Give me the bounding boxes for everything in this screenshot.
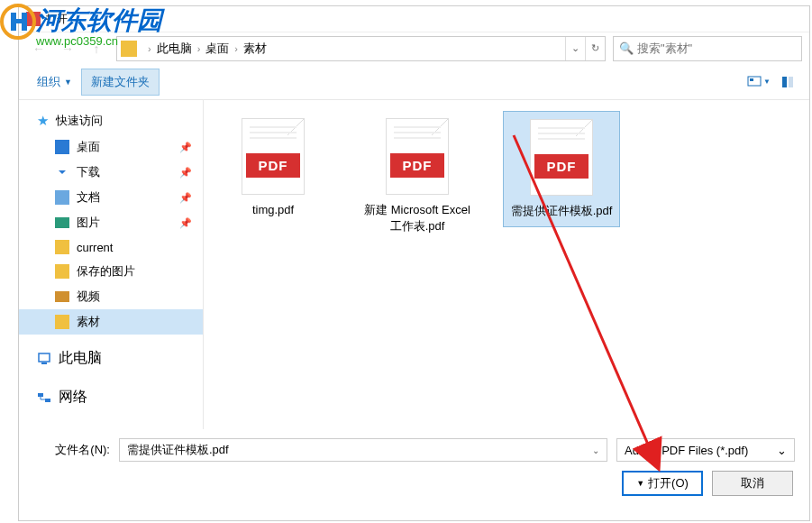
filetype-filter[interactable]: Adobe PDF Files (*.pdf)⌄ [616,438,795,462]
svg-rect-11 [41,362,47,364]
network-icon [37,390,51,405]
search-box[interactable]: 🔍 [613,36,802,61]
titlebar: 打开 [19,6,809,32]
sidebar-item-documents[interactable]: 文档📌 [19,185,203,210]
breadcrumb-dropdown[interactable]: ⌄ [565,37,585,60]
file-list[interactable]: PDF timg.pdf PDF 新建 Microsoft Excel 工作表.… [204,100,809,429]
svg-rect-9 [55,291,69,302]
quick-access-header[interactable]: ★ 快速访问 [19,107,203,134]
file-name: 需提供证件模板.pdf [507,203,616,219]
back-button[interactable]: ← [26,36,51,61]
open-button[interactable]: ▼打开(O) [622,471,703,496]
desktop-icon [55,140,69,154]
chevron-right-icon: › [197,43,201,54]
forward-button: → [55,36,80,61]
organize-button[interactable]: 组织▼ [28,69,81,95]
app-icon [26,12,41,26]
sidebar-item-downloads[interactable]: 下载📌 [19,160,203,185]
breadcrumb[interactable]: › 此电脑 › 桌面 › 素材 ⌄ ↻ [116,36,606,61]
refresh-button[interactable]: ↻ [585,37,605,60]
svg-rect-7 [789,77,793,87]
pdf-icon: PDF [530,119,593,196]
sidebar-item-current[interactable]: current [19,235,203,259]
open-dialog: 打开 ← → ↑ › 此电脑 › 桌面 › 素材 ⌄ ↻ 🔍 组织▼ 新建文件夹… [18,5,810,521]
chevron-right-icon: › [234,43,238,54]
file-name: 新建 Microsoft Excel 工作表.pdf [362,202,472,234]
this-pc-header[interactable]: 此电脑 [19,344,203,373]
pin-icon: 📌 [179,192,192,204]
search-input[interactable] [637,41,796,55]
pdf-icon: PDF [386,118,449,195]
help-button[interactable] [775,72,800,92]
footer: 文件名(N): 需提供证件模板.pdf⌄ Adobe PDF Files (*.… [19,429,809,505]
search-icon: 🔍 [619,41,634,55]
sidebar-item-desktop[interactable]: 桌面📌 [19,134,203,160]
file-name: timg.pdf [218,202,328,218]
pin-icon: 📌 [179,217,192,229]
chevron-right-icon: › [148,43,151,54]
sidebar-item-pictures[interactable]: 图片📌 [19,210,203,235]
up-button[interactable]: ↑ [84,36,109,61]
folder-icon [55,315,69,329]
document-icon [55,190,69,205]
network-header[interactable]: 网络 [19,382,203,412]
toolbar: 组织▼ 新建文件夹 ▼ [19,64,809,100]
view-button[interactable]: ▼ [746,72,771,92]
pin-icon: 📌 [179,167,192,179]
sidebar-item-videos[interactable]: 视频 [19,284,203,309]
breadcrumb-item[interactable]: 桌面 [205,41,229,57]
breadcrumb-item[interactable]: 此电脑 [157,41,192,57]
filename-label: 文件名(N): [33,442,110,458]
sidebar-item-material[interactable]: 素材 [19,309,203,335]
pin-icon: 📌 [179,142,192,153]
filename-input[interactable]: 需提供证件模板.pdf⌄ [119,438,607,462]
svg-rect-10 [39,353,50,362]
folder-icon [55,264,69,279]
svg-rect-6 [782,77,787,87]
folder-icon [55,240,69,254]
pc-icon [37,352,51,366]
svg-rect-1 [11,13,16,31]
svg-rect-5 [750,78,753,81]
star-icon: ★ [37,113,49,129]
file-item[interactable]: PDF 新建 Microsoft Excel 工作表.pdf [359,111,476,242]
cancel-button[interactable]: 取消 [712,471,793,496]
download-icon [55,165,69,179]
file-item[interactable]: PDF 需提供证件模板.pdf [503,111,620,227]
picture-icon [55,216,69,230]
breadcrumb-item[interactable]: 素材 [243,41,267,57]
dialog-title: 打开 [46,12,68,27]
svg-rect-12 [38,393,43,397]
svg-rect-8 [55,217,69,228]
nav-row: ← → ↑ › 此电脑 › 桌面 › 素材 ⌄ ↻ 🔍 [19,32,809,64]
pdf-icon: PDF [242,118,305,195]
folder-icon [121,41,137,57]
chevron-down-icon[interactable]: ⌄ [592,445,599,455]
new-folder-button[interactable]: 新建文件夹 [81,69,160,96]
chevron-down-icon[interactable]: ⌄ [777,444,787,457]
sidebar-item-saved-pictures[interactable]: 保存的图片 [19,259,203,284]
video-icon [55,289,69,304]
sidebar: ★ 快速访问 桌面📌 下载📌 文档📌 图片📌 current 保存的图片 视频 … [19,100,204,429]
file-item[interactable]: PDF timg.pdf [214,111,332,225]
